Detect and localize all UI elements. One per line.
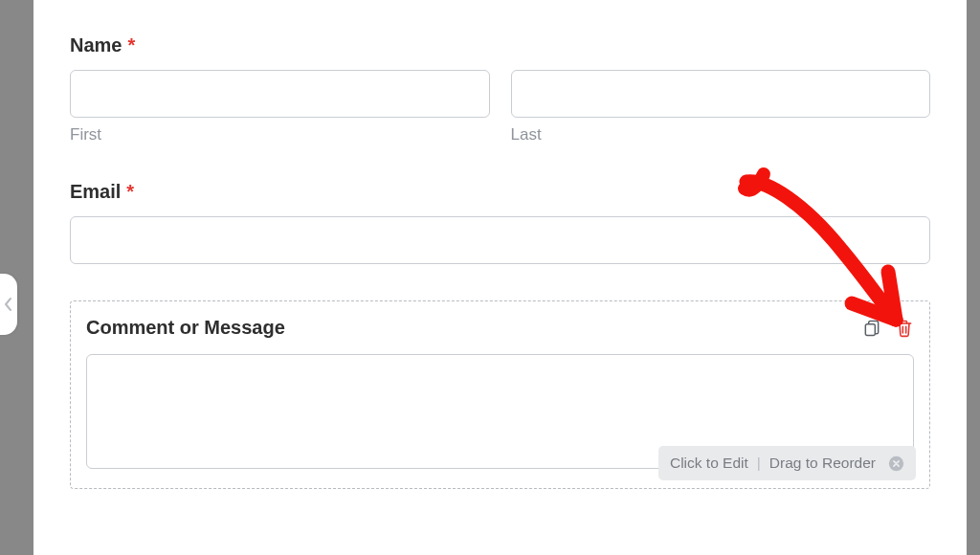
required-mark: * [127, 34, 135, 56]
edit-hint-tooltip: Click to Edit | Drag to Reorder [658, 446, 916, 480]
close-icon[interactable] [887, 455, 904, 472]
comment-label: Comment or Message [86, 317, 285, 339]
hint-separator: | [756, 455, 762, 472]
collapsed-sidebar-tab[interactable] [0, 274, 17, 335]
email-field: Email * [70, 181, 930, 264]
name-field: Name * First Last [70, 34, 930, 144]
duplicate-icon[interactable] [862, 319, 881, 338]
hint-click-text: Click to Edit [670, 455, 748, 472]
first-name-input[interactable] [70, 70, 490, 118]
svg-rect-0 [865, 323, 875, 335]
comment-field-selected[interactable]: Comment or Message [70, 300, 930, 489]
email-label: Email [70, 181, 121, 203]
required-mark: * [126, 181, 134, 203]
trash-icon[interactable] [895, 319, 914, 338]
form-builder-canvas: Name * First Last Email * Comment or Mes… [33, 0, 967, 555]
last-name-sublabel: Last [511, 125, 931, 144]
name-label-row: Name * [70, 34, 930, 56]
name-label: Name [70, 34, 122, 56]
first-name-sublabel: First [70, 125, 490, 144]
field-action-icons [862, 319, 914, 338]
last-name-input[interactable] [511, 70, 931, 118]
hint-drag-text: Drag to Reorder [769, 455, 876, 472]
email-input[interactable] [70, 216, 930, 264]
email-label-row: Email * [70, 181, 930, 203]
chevron-left-icon [4, 297, 13, 312]
